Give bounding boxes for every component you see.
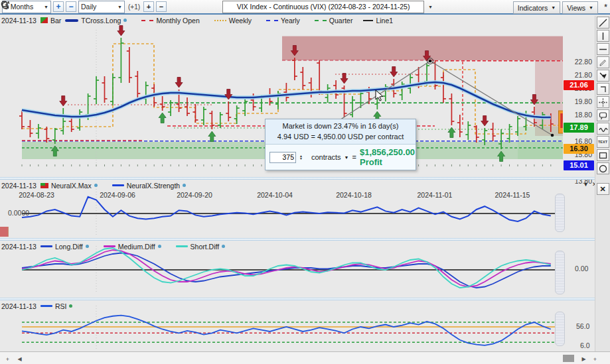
diff-legend: 2024-11-13 Long.Diff Medium.Diff Short.D… — [1, 242, 225, 251]
neural-strip-cell — [0, 227, 8, 237]
pointer-flag-tool-button[interactable] — [597, 70, 609, 82]
monthly-open-swatch-icon — [141, 20, 153, 21]
scrollbar-thumb[interactable] — [563, 355, 574, 362]
short-diff-swatch-icon — [176, 245, 188, 247]
profit-tooltip: Market is down 23.47% in 16 day(s) 4.94 … — [265, 119, 416, 170]
legend-item-tcross[interactable]: TCross.Long — [65, 17, 127, 25]
long-diff-swatch-icon — [40, 245, 52, 247]
neuralx-max-swatch-icon — [40, 183, 48, 188]
diff-zero-label: 0.00 — [575, 265, 588, 273]
legend-label: NeuralX.Strength — [127, 182, 181, 190]
elbow-line-tool-button[interactable] — [597, 83, 609, 95]
price-badge: 16.30 — [564, 144, 594, 154]
sell-arrow-icon — [341, 74, 348, 84]
rsi-tick-6: 6.0 — [580, 341, 590, 349]
legend-label: RSI — [55, 302, 67, 310]
neuralx-strength-swatch-icon — [112, 184, 124, 186]
contracts-stepper[interactable]: ▲▼ — [299, 154, 303, 160]
rectangle-tool-button[interactable] — [597, 149, 609, 161]
legend-item-medium-diff[interactable]: Medium.Diff — [104, 243, 161, 251]
legend-item-neuralx-max[interactable]: NeuralX.Max — [40, 182, 98, 190]
crosshair-tool-button[interactable] — [597, 96, 609, 108]
scroll-left-button[interactable]: ◀ — [15, 354, 25, 364]
views-label: Views — [567, 4, 585, 12]
indicators-button[interactable]: Indicators▼ — [513, 1, 560, 14]
wave-tool-button[interactable] — [597, 123, 609, 135]
horizontal-line-tool-button[interactable] — [597, 43, 609, 55]
legend-item-neuralx-strength[interactable]: NeuralX.Strength — [112, 182, 187, 190]
buy-arrow-icon — [448, 127, 455, 138]
sell-arrow-icon — [60, 96, 67, 107]
bars-remove-button[interactable]: − — [156, 1, 167, 12]
trendline-anchor-dot — [429, 60, 432, 63]
diff-scale-slider[interactable] — [555, 251, 565, 294]
bar-swatch-icon — [40, 17, 48, 23]
period-select[interactable]: Daily▼ — [78, 1, 125, 13]
pencil-tool-button[interactable] — [597, 56, 609, 68]
legend-item-long-diff[interactable]: Long.Diff — [40, 243, 89, 251]
scroll-right-button[interactable]: ▶ — [579, 354, 589, 364]
main-chart-area: 22.8021.8020.8019.8018.8016.8015.8013.80… — [0, 25, 610, 177]
text-tool-button[interactable]: TEXT — [597, 136, 609, 148]
legend-item-rsi[interactable]: RSI — [40, 302, 73, 310]
legend-label: NeuralX.Max — [51, 182, 92, 190]
symbol-title[interactable]: VIX Index - Continuous (VIX) (2024-08-23… — [222, 1, 424, 13]
rsi-legend: 2024-11-13 RSI — [1, 302, 72, 310]
rsi-swatch-icon — [40, 305, 52, 307]
equals-label: = — [352, 153, 356, 161]
cursor-date-label: 2024-11-13 — [1, 182, 37, 190]
neuralx-scale-slider[interactable] — [555, 194, 565, 232]
drawing-tools-rail: TEXT ✕ — [595, 16, 610, 351]
views-button[interactable]: Views▼ — [562, 1, 598, 14]
tooltip-line2: 4.94 USD = 4,950.00 USD per contract — [266, 130, 416, 141]
price-badge: 17.89 — [564, 123, 594, 133]
scroll-zoom-in-left-button[interactable]: + — [3, 354, 13, 364]
trading-app-window: 3 Months▼ + − Daily▼ (+1) + − VIX Index … — [0, 0, 610, 364]
legend-dot-icon — [86, 245, 89, 248]
legend-label: Medium.Diff — [118, 243, 155, 251]
legend-dot-icon — [183, 184, 186, 187]
zoom-out-button[interactable]: − — [66, 1, 76, 12]
price-tick: 21.80 — [575, 71, 592, 79]
price-tick: 18.80 — [575, 111, 592, 119]
profit-value: $1,856,250.00 Profit — [360, 147, 415, 167]
neuralx-zero-label: 0.0000 — [8, 209, 29, 217]
chevron-down-icon: ▼ — [117, 5, 122, 9]
callout-tool-button[interactable] — [597, 109, 609, 121]
rsi-tick-56: 56.0 — [576, 322, 589, 330]
legend-dot-icon — [123, 19, 127, 22]
legend-item-line1[interactable]: Line1 — [363, 17, 393, 25]
legend-item-short-diff[interactable]: Short.Diff — [176, 243, 226, 251]
trendline-tool-button[interactable] — [597, 17, 609, 29]
collapse-icon[interactable]: ▼ — [583, 181, 589, 188]
panel-close-button[interactable]: ✕ — [597, 183, 609, 195]
tooltip-line1: Market is down 23.47% in 16 day(s) — [266, 119, 416, 130]
rsi-scale-slider[interactable] — [555, 312, 565, 346]
favorite-star[interactable]: * — [604, 2, 607, 12]
neuralx-legend: 2024-11-13 NeuralX.Max NeuralX.Strength — [1, 181, 186, 190]
horizontal-scrollbar[interactable]: + ◀ ▶ + — [0, 351, 610, 364]
legend-item-quarter[interactable]: Quarter — [315, 17, 353, 25]
search-chevron-icon[interactable]: ▼ — [428, 5, 433, 9]
legend-item-yearly[interactable]: Yearly — [266, 17, 300, 25]
chevron-down-icon[interactable]: ▼ — [344, 155, 349, 160]
rsi-canvas[interactable] — [0, 300, 563, 351]
tcross-swatch-icon — [65, 19, 78, 22]
bars-add-button[interactable]: + — [143, 1, 154, 12]
zoom-in-button[interactable]: + — [53, 1, 64, 12]
legend-label: Bar — [50, 17, 61, 25]
vertical-line-tool-button[interactable] — [597, 30, 609, 42]
legend-item-monthly-open[interactable]: Monthly Open — [141, 17, 199, 25]
buy-arrow-icon — [208, 131, 216, 142]
line1-swatch-icon — [363, 20, 373, 21]
main-chart-legend: 2024-11-13 Bar TCross.Long Monthly Open … — [0, 16, 596, 25]
legend-item-bar[interactable]: Bar — [40, 17, 61, 25]
chevron-down-icon: ▼ — [44, 5, 48, 9]
legend-label: Line1 — [376, 17, 393, 25]
legend-item-weekly[interactable]: Weekly — [214, 17, 252, 25]
legend-dot-icon — [158, 245, 161, 248]
ellipse-tool-button[interactable] — [597, 162, 609, 174]
contracts-input[interactable] — [269, 152, 296, 163]
scroll-zoom-in-right-button[interactable]: + — [590, 354, 600, 364]
price-tick: 22.80 — [575, 58, 592, 66]
